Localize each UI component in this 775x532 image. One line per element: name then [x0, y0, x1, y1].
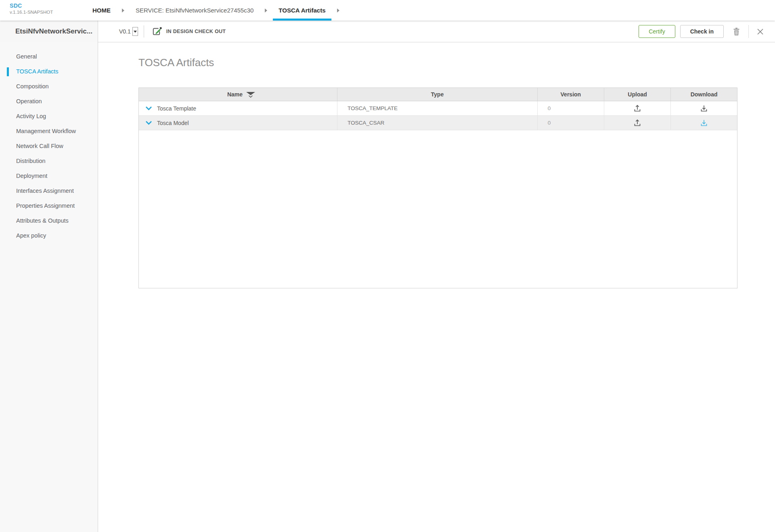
expand-row-button[interactable]: [145, 121, 152, 125]
column-header-upload: Upload: [604, 88, 671, 101]
app-build-version: v.1.16.1-SNAPSHOT: [10, 10, 53, 15]
chevron-down-icon: [145, 106, 152, 111]
upload-button[interactable]: [632, 117, 643, 128]
sidebar-item-operation[interactable]: Operation: [0, 94, 98, 109]
chevron-down-icon: [134, 31, 137, 33]
upload-icon: [633, 119, 641, 127]
expand-row-button[interactable]: [145, 106, 152, 111]
version-label: V0.1: [119, 28, 131, 35]
check-in-button[interactable]: Check in: [680, 25, 724, 38]
download-icon: [700, 104, 708, 112]
workspace-header: EtsiNfvNetworkServic... V0.1 IN DESIGN C…: [0, 21, 775, 42]
breadcrumb: HOME SERVICE: EtsiNfvNetworkService27455…: [87, 0, 345, 21]
breadcrumb-arrow-icon: [122, 8, 124, 13]
artifact-name: Tosca Template: [157, 105, 196, 112]
artifact-name: Tosca Model: [157, 120, 189, 126]
page-title: TOSCA Artifacts: [138, 56, 214, 69]
checkout-edit-icon: [151, 27, 162, 37]
download-icon: [700, 119, 708, 127]
upload-button[interactable]: [632, 103, 643, 114]
table-row: Tosca Template TOSCA_TEMPLATE 0: [139, 101, 737, 116]
sidebar-item-management-workflow[interactable]: Management Workflow: [0, 124, 98, 139]
chevron-down-icon: [145, 121, 152, 125]
breadcrumb-arrow-icon: [337, 8, 339, 13]
sidebar-item-deployment[interactable]: Deployment: [0, 169, 98, 184]
download-button[interactable]: [698, 103, 710, 114]
certify-button[interactable]: Certify: [639, 25, 675, 38]
sort-descending-icon: [246, 92, 255, 98]
sidebar-item-activity-log[interactable]: Activity Log: [0, 109, 98, 124]
sidebar-item-general[interactable]: General: [0, 49, 98, 64]
upload-icon: [633, 104, 641, 112]
artifact-version: 0: [548, 120, 551, 126]
column-header-download: Download: [671, 88, 737, 101]
artifact-version: 0: [548, 105, 551, 111]
breadcrumb-arrow-icon: [265, 8, 267, 13]
top-nav-bar: SDC v.1.16.1-SNAPSHOT HOME SERVICE: Etsi…: [0, 0, 775, 21]
app-logo-text: SDC: [10, 2, 53, 9]
breadcrumb-tosca-artifacts[interactable]: TOSCA Artifacts: [273, 0, 331, 21]
column-header-type: Type: [337, 88, 538, 101]
divider: [144, 25, 144, 38]
artifact-type: TOSCA_CSAR: [348, 120, 384, 126]
table-header-row: Name Type Version Upload Download: [139, 88, 737, 101]
table-row: Tosca Model TOSCA_CSAR 0: [139, 116, 737, 130]
table-empty-area: [139, 130, 737, 288]
entity-header: EtsiNfvNetworkServic...: [0, 21, 98, 42]
delete-button[interactable]: [730, 25, 743, 38]
sidebar-item-distribution[interactable]: Distribution: [0, 154, 98, 169]
trash-icon: [733, 27, 740, 36]
left-nav-sidebar: General TOSCA Artifacts Composition Oper…: [0, 42, 98, 532]
breadcrumb-service[interactable]: SERVICE: EtsiNfvNetworkService27455c30: [130, 0, 259, 21]
sidebar-item-attributes-outputs[interactable]: Attributes & Outputs: [0, 213, 98, 228]
lifecycle-status-label: IN DESIGN CHECK OUT: [166, 29, 226, 34]
sidebar-item-apex-policy[interactable]: Apex policy: [0, 228, 98, 243]
version-status-group: V0.1 IN DESIGN CHECK OUT: [119, 21, 226, 42]
column-header-version: Version: [538, 88, 604, 101]
sidebar-item-properties-assignment[interactable]: Properties Assignment: [0, 198, 98, 213]
sidebar-item-tosca-artifacts[interactable]: TOSCA Artifacts: [0, 64, 98, 79]
column-header-name[interactable]: Name: [139, 88, 337, 101]
sidebar-item-network-call-flow[interactable]: Network Call Flow: [0, 139, 98, 154]
main-content: TOSCA Artifacts Name Type Version Upload…: [98, 42, 775, 532]
breadcrumb-home[interactable]: HOME: [87, 0, 116, 21]
entity-name: EtsiNfvNetworkServic...: [0, 27, 92, 35]
header-actions: Certify Check in: [639, 21, 766, 42]
divider: [748, 25, 749, 38]
app-logo: SDC v.1.16.1-SNAPSHOT: [10, 2, 53, 15]
artifact-type: TOSCA_TEMPLATE: [348, 105, 398, 111]
download-button[interactable]: [698, 117, 710, 128]
sidebar-item-interfaces-assignment[interactable]: Interfaces Assignment: [0, 184, 98, 198]
close-button[interactable]: [754, 26, 766, 38]
version-dropdown[interactable]: [132, 27, 138, 36]
tosca-artifacts-table: Name Type Version Upload Download Tosca …: [138, 88, 737, 288]
close-icon: [757, 28, 764, 35]
sidebar-item-composition[interactable]: Composition: [0, 79, 98, 94]
